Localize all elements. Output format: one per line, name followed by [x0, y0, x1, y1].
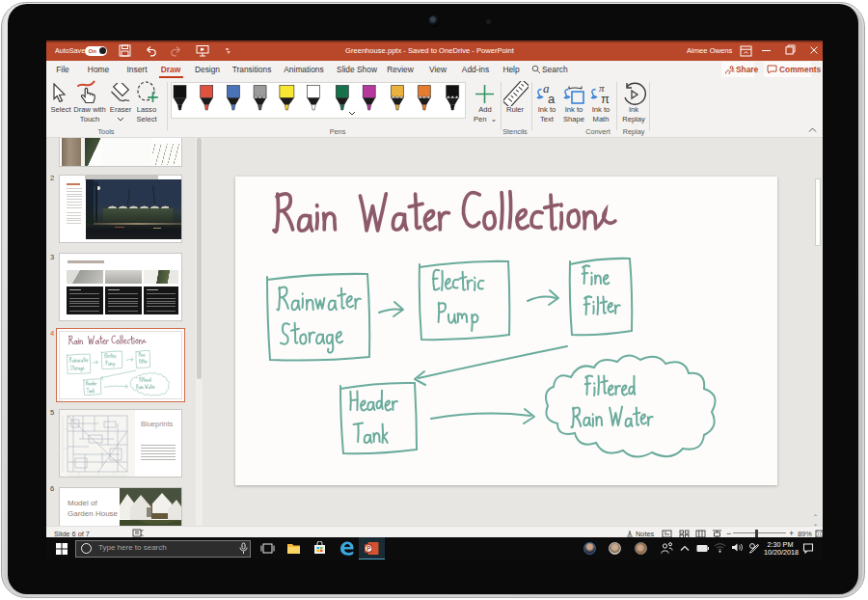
svg-text:π: π: [601, 92, 610, 106]
svg-text:a: a: [548, 92, 556, 106]
svg-text:P: P: [366, 545, 371, 552]
